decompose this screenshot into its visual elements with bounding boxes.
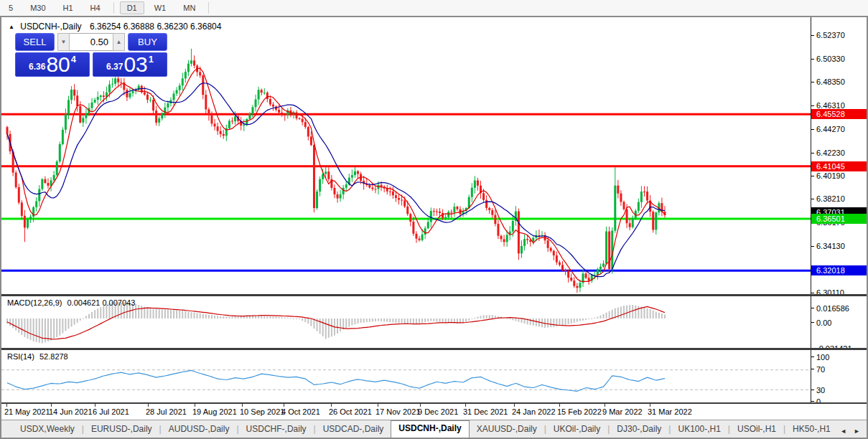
scroll-tabs-left-icon[interactable]: ◄ (836, 428, 850, 435)
macd-axis: 0.0165860.00-0.031421 (811, 296, 867, 348)
date-axis-label: 9 Dec 2021 (418, 407, 458, 416)
rsi-axis: 10070300 (811, 350, 867, 402)
date-tick (195, 404, 195, 407)
price-axis-label: 6.48350 (816, 77, 845, 86)
date-axis: 21 May 202114 Jun 20216 Jul 202128 Jul 2… (1, 404, 867, 420)
price-marker-6.41045: 6.41045 (811, 161, 867, 171)
axis-tick (811, 293, 814, 293)
price-marker-6.45528: 6.45528 (811, 109, 867, 119)
macd-label: MACD(12,26,9) 0.004621 0.007043 (7, 298, 135, 307)
tab-scroll-arrows: ◄► (836, 428, 864, 435)
buy-price-pip: 1 (149, 54, 154, 65)
chart-tab-usdx-weekly[interactable]: USDX,Weekly (13, 421, 82, 438)
date-axis-label: 9 Mar 2022 (602, 407, 643, 416)
chart-tab-dj30-daily[interactable]: DJ30-,Daily (610, 421, 668, 438)
timeframe-button-h1[interactable]: H1 (56, 1, 80, 14)
chart-tab-audusd-daily[interactable]: AUDUSD-,Daily (162, 421, 237, 438)
axis-tick (811, 129, 814, 130)
macd-axis-label: 0.016586 (816, 304, 849, 313)
chart-tab-usdcad-daily[interactable]: USDCAD-,Daily (316, 421, 391, 438)
date-axis-label: 15 Feb 2022 (557, 407, 602, 416)
rsi-chart[interactable] (1, 350, 811, 402)
axis-tick (811, 369, 814, 369)
chart-window: ▲ USDCNH-,Daily 6.36254 6.36888 6.36230 … (0, 16, 868, 439)
chart-tab-usdchf-daily[interactable]: USDCHF-,Daily (239, 421, 314, 438)
chart-tab-xauusd-daily[interactable]: XAUUSD-,Daily (470, 421, 544, 438)
date-tick (605, 404, 605, 407)
sell-button[interactable]: SELL (15, 33, 55, 51)
axis-tick (811, 246, 814, 247)
axis-tick (811, 357, 814, 357)
date-axis-label: 10 Sep 2021 (240, 407, 284, 416)
toolbar-separator (113, 2, 114, 14)
axis-tick (811, 105, 814, 106)
chart-tab-uk100-h1[interactable]: UK100-,H1 (671, 421, 727, 438)
buy-price-tile[interactable]: 6.37 03 1 (93, 52, 167, 77)
date-tick (331, 404, 332, 407)
rsi-axis-label: 70 (816, 365, 825, 374)
date-tick (378, 404, 378, 407)
timeframe-button-h4[interactable]: H4 (83, 1, 108, 14)
date-tick (559, 404, 560, 407)
axis-tick (811, 176, 814, 176)
collapse-triangle-icon[interactable]: ▲ (9, 24, 14, 30)
timeframe-button-d1[interactable]: D1 (120, 1, 144, 14)
date-axis-label: 24 Jan 2022 (512, 407, 556, 416)
date-tick (420, 404, 421, 407)
date-axis-label: 6 Jul 2021 (93, 407, 129, 416)
timeframe-button-5[interactable]: 5 (1, 1, 20, 14)
buy-button[interactable]: BUY (128, 33, 167, 51)
timeframe-button-m30[interactable]: M30 (23, 1, 52, 14)
chart-tab-usoil-h1[interactable]: USOil-,H1 (730, 421, 783, 438)
price-axis-label: 6.34130 (816, 242, 845, 250)
date-axis-label: 28 Jul 2021 (146, 407, 187, 416)
chart-tab-bar: USDX,Weekly|EURUSD-,Daily|AUDUSD-,Daily|… (1, 420, 867, 438)
timeframe-button-mn[interactable]: MN (176, 1, 202, 14)
rsi-axis-label: 100 (816, 353, 829, 362)
date-axis-label: 31 Mar 2022 (648, 407, 692, 416)
axis-tick (811, 390, 814, 390)
date-axis-label: 19 Aug 2021 (192, 407, 237, 416)
rsi-panel: RSI(14) 52.8278 10070300 (1, 350, 867, 402)
toolbar-separator (208, 2, 209, 14)
date-axis-label: 17 Nov 2021 (375, 407, 420, 416)
price-axis-label: 6.42230 (816, 148, 845, 157)
timeframe-button-w1[interactable]: W1 (147, 1, 174, 14)
date-tick (465, 404, 466, 407)
axis-tick (811, 401, 814, 402)
date-tick (650, 404, 650, 407)
volume-increase-button[interactable]: ▲ (113, 33, 125, 51)
price-axis-label: 6.46310 (816, 101, 845, 110)
sell-price-tile[interactable]: 6.36 80 4 (15, 52, 90, 77)
price-axis-label: 6.44270 (816, 125, 845, 133)
axis-tick (811, 322, 814, 323)
volume-input[interactable] (70, 33, 113, 51)
price-panel: ▲ USDCNH-,Daily 6.36254 6.36888 6.36230 … (1, 17, 867, 294)
price-axis-label: 6.40190 (816, 171, 845, 180)
date-tick (284, 404, 284, 407)
date-axis-label: 26 Oct 2021 (329, 407, 372, 416)
date-tick (514, 404, 515, 407)
price-marker-6.36501: 6.36501 (811, 214, 867, 224)
ohlc-values: 6.36254 6.36888 6.36230 6.36804 (90, 22, 222, 32)
chart-tab-hk50-h1[interactable]: HK50-,H1 (785, 421, 838, 438)
chart-tab-usdcnh-daily[interactable]: USDCNH-,Daily (391, 420, 469, 438)
macd-axis-label: 0.00 (816, 318, 831, 327)
volume-decrease-button[interactable]: ▼ (57, 33, 70, 51)
chart-tab-ukoil-daily[interactable]: UKOil-,Daily (546, 421, 607, 438)
date-tick (148, 404, 149, 407)
timeframe-toolbar: 5M30H1H4D1W1MN (0, 0, 868, 16)
buy-price-main: 03 (123, 55, 147, 75)
rsi-axis-label: 30 (816, 386, 825, 395)
axis-tick (811, 59, 814, 60)
price-axis: 6.523706.503306.483506.463106.442706.422… (811, 17, 867, 294)
axis-tick (811, 153, 814, 154)
date-axis-label: 4 Oct 2021 (281, 407, 320, 416)
scroll-tabs-right-icon[interactable]: ► (850, 428, 864, 435)
price-axis-label: 6.38210 (816, 194, 845, 203)
sell-price-main: 80 (46, 55, 70, 75)
one-click-trade-panel: SELL ▼ ▲ BUY 6.36 80 4 6.37 03 1 (15, 33, 167, 77)
chart-tab-eurusd-daily[interactable]: EURUSD-,Daily (84, 421, 159, 438)
date-tick (51, 404, 52, 407)
chart-title: ▲ USDCNH-,Daily 6.36254 6.36888 6.36230 … (9, 22, 221, 32)
